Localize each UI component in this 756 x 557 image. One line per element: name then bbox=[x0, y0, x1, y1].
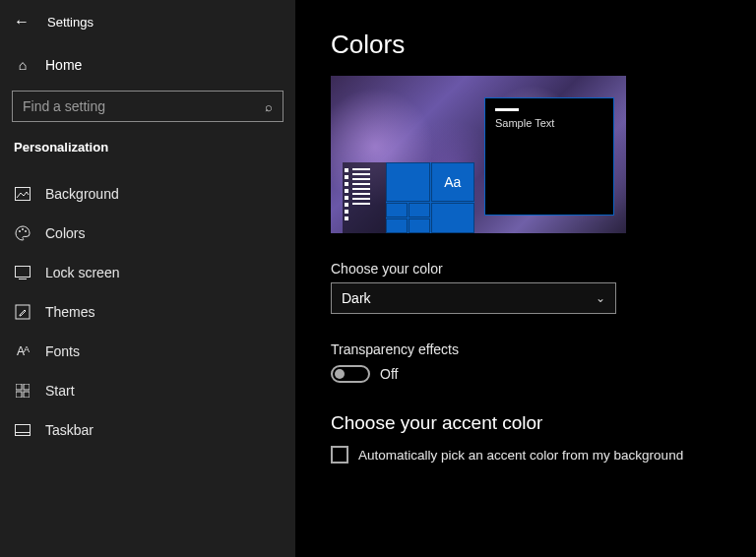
svg-point-1 bbox=[19, 230, 21, 232]
home-icon: ⌂ bbox=[14, 57, 32, 73]
sample-window: Sample Text bbox=[484, 97, 614, 216]
color-preview: Sample Text Aa bbox=[331, 76, 626, 233]
lock-screen-icon bbox=[14, 266, 32, 279]
color-mode-value: Dark bbox=[342, 290, 371, 306]
nav-label: Start bbox=[45, 383, 75, 399]
search-icon: ⌕ bbox=[265, 99, 273, 114]
chevron-down-icon: ⌄ bbox=[596, 291, 605, 305]
search-input[interactable] bbox=[23, 98, 265, 114]
preview-start-list bbox=[343, 162, 386, 233]
home-label: Home bbox=[45, 57, 82, 73]
preview-start-tiles: Aa bbox=[386, 162, 474, 233]
nav-label: Taskbar bbox=[45, 422, 94, 438]
sample-accent-bar bbox=[495, 108, 519, 111]
taskbar-icon bbox=[14, 424, 32, 436]
color-mode-select[interactable]: Dark ⌄ bbox=[331, 282, 616, 314]
sample-text: Sample Text bbox=[495, 117, 554, 129]
sidebar-header: ← Settings bbox=[0, 12, 295, 47]
nav-start[interactable]: Start bbox=[0, 371, 295, 410]
nav-label: Fonts bbox=[45, 343, 80, 359]
transparency-state: Off bbox=[380, 366, 398, 382]
nav-lock-screen[interactable]: Lock screen bbox=[0, 253, 295, 292]
transparency-row: Off bbox=[331, 365, 756, 383]
page-title: Colors bbox=[331, 30, 756, 60]
fonts-icon: AA bbox=[14, 344, 32, 358]
nav-colors[interactable]: Colors bbox=[0, 214, 295, 253]
nav-fonts[interactable]: AA Fonts bbox=[0, 332, 295, 371]
auto-accent-row: Automatically pick an accent color from … bbox=[331, 446, 756, 464]
transparency-toggle[interactable] bbox=[331, 365, 370, 383]
nav-label: Lock screen bbox=[45, 265, 119, 280]
nav-label: Themes bbox=[45, 304, 95, 320]
picture-icon bbox=[14, 187, 32, 201]
main-content: Colors Sample Text Aa Choose your color … bbox=[295, 0, 756, 557]
svg-rect-4 bbox=[16, 267, 31, 278]
section-title: Personalization bbox=[0, 136, 295, 166]
search-box[interactable]: ⌕ bbox=[12, 91, 284, 122]
nav-label: Background bbox=[45, 186, 119, 202]
preview-start: Aa bbox=[343, 162, 474, 233]
themes-icon bbox=[14, 304, 32, 320]
svg-rect-8 bbox=[24, 384, 30, 390]
accent-color-title: Choose your accent color bbox=[331, 412, 756, 434]
nav-background[interactable]: Background bbox=[0, 174, 295, 214]
svg-point-3 bbox=[25, 230, 27, 232]
svg-point-2 bbox=[22, 228, 24, 230]
back-arrow-icon[interactable]: ← bbox=[14, 14, 30, 30]
nav-themes[interactable]: Themes bbox=[0, 292, 295, 332]
svg-rect-9 bbox=[16, 392, 22, 398]
nav-taskbar[interactable]: Taskbar bbox=[0, 410, 295, 450]
nav-label: Colors bbox=[45, 225, 85, 241]
start-icon bbox=[14, 384, 32, 398]
sidebar: ← Settings ⌂ Home ⌕ Personalization Back… bbox=[0, 0, 295, 557]
app-title: Settings bbox=[47, 15, 94, 30]
auto-accent-label: Automatically pick an accent color from … bbox=[358, 448, 683, 463]
preview-aa-tile: Aa bbox=[431, 162, 475, 202]
auto-accent-checkbox[interactable] bbox=[331, 446, 348, 464]
nav-list: Background Colors Lock screen Themes AA … bbox=[0, 174, 295, 450]
palette-icon bbox=[14, 225, 32, 241]
color-mode-label: Choose your color bbox=[331, 261, 756, 277]
svg-rect-11 bbox=[16, 425, 31, 436]
home-nav[interactable]: ⌂ Home bbox=[0, 47, 295, 83]
svg-rect-10 bbox=[24, 392, 30, 398]
transparency-label: Transparency effects bbox=[331, 341, 756, 357]
svg-rect-7 bbox=[16, 384, 22, 390]
